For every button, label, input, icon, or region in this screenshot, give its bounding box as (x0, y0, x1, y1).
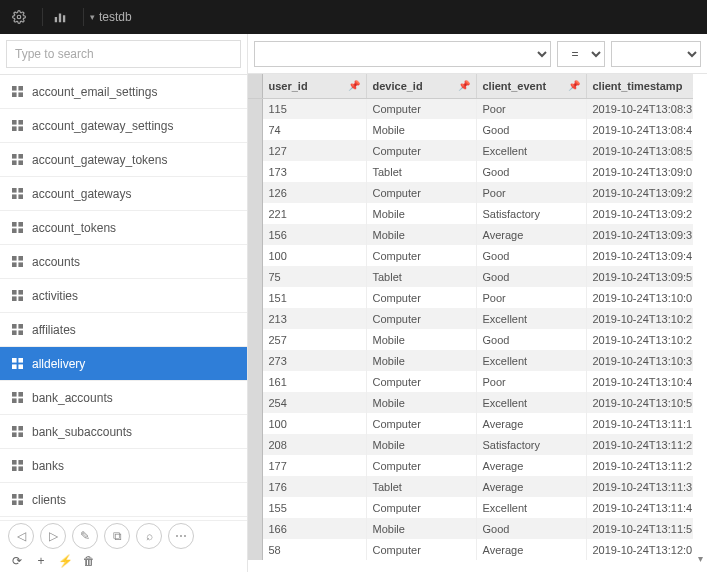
cell-device_id[interactable]: Computer (366, 98, 476, 119)
cell-client_event[interactable]: Excellent (476, 350, 586, 371)
filter-operator-select[interactable]: = (557, 41, 605, 67)
row-gutter[interactable] (248, 224, 262, 245)
cell-client_event[interactable]: Average (476, 224, 586, 245)
table-row[interactable]: 100ComputerAverage2019-10-24T13:11:10.2.… (248, 413, 693, 434)
cell-device_id[interactable]: Computer (366, 140, 476, 161)
cell-user_id[interactable]: 166 (262, 518, 366, 539)
cell-client_event[interactable]: Average (476, 476, 586, 497)
cell-user_id[interactable]: 254 (262, 392, 366, 413)
cell-user_id[interactable]: 221 (262, 203, 366, 224)
row-gutter[interactable] (248, 371, 262, 392)
cell-device_id[interactable]: Mobile (366, 329, 476, 350)
sidebar-item-account_gateway_settings[interactable]: account_gateway_settings (0, 109, 247, 143)
copy-button[interactable]: ⧉ (104, 523, 130, 549)
table-row[interactable]: 177ComputerAverage2019-10-24T13:11:28.4.… (248, 455, 693, 476)
cell-client_timestamp[interactable]: 2019-10-24T13:09:20.2... (586, 182, 693, 203)
sidebar-item-bank_accounts[interactable]: bank_accounts (0, 381, 247, 415)
cell-device_id[interactable]: Mobile (366, 203, 476, 224)
sidebar-item-account_gateways[interactable]: account_gateways (0, 177, 247, 211)
cell-user_id[interactable]: 155 (262, 497, 366, 518)
table-row[interactable]: 127ComputerExcellent2019-10-24T13:08:59.… (248, 140, 693, 161)
cell-device_id[interactable]: Computer (366, 455, 476, 476)
cell-client_event[interactable]: Poor (476, 287, 586, 308)
cell-client_timestamp[interactable]: 2019-10-24T13:10:49.5... (586, 371, 693, 392)
sidebar-item-bank_subaccounts[interactable]: bank_subaccounts (0, 415, 247, 449)
filter-value-select[interactable] (611, 41, 701, 67)
cell-device_id[interactable]: Computer (366, 287, 476, 308)
row-gutter[interactable] (248, 308, 262, 329)
cell-user_id[interactable]: 213 (262, 308, 366, 329)
cell-user_id[interactable]: 75 (262, 266, 366, 287)
delete-button[interactable]: 🗑 (80, 552, 98, 570)
table-row[interactable]: 100ComputerGood2019-10-24T13:09:49.0... (248, 245, 693, 266)
settings-icon[interactable] (8, 6, 30, 28)
cell-device_id[interactable]: Mobile (366, 350, 476, 371)
row-gutter[interactable] (248, 266, 262, 287)
table-row[interactable]: 126ComputerPoor2019-10-24T13:09:20.2... (248, 182, 693, 203)
table-row[interactable]: 74MobileGood2019-10-24T13:08:49.1... (248, 119, 693, 140)
cell-user_id[interactable]: 208 (262, 434, 366, 455)
row-gutter[interactable] (248, 413, 262, 434)
bolt-button[interactable]: ⚡ (56, 552, 74, 570)
cell-client_event[interactable]: Excellent (476, 140, 586, 161)
sidebar-item-banks[interactable]: banks (0, 449, 247, 483)
cell-client_timestamp[interactable]: 2019-10-24T13:09:38.6... (586, 224, 693, 245)
cell-client_event[interactable]: Poor (476, 371, 586, 392)
table-row[interactable]: 166MobileGood2019-10-24T13:11:59.5... (248, 518, 693, 539)
collapse-arrow[interactable]: ▾ (693, 74, 707, 572)
table-row[interactable]: 75TabletGood2019-10-24T13:09:59.3... (248, 266, 693, 287)
cell-device_id[interactable]: Computer (366, 413, 476, 434)
nav-forward-button[interactable]: ▷ (40, 523, 66, 549)
cell-client_event[interactable]: Average (476, 539, 586, 560)
cell-device_id[interactable]: Tablet (366, 266, 476, 287)
sidebar-item-clients[interactable]: clients (0, 483, 247, 517)
row-gutter[interactable] (248, 392, 262, 413)
database-selector[interactable]: ▾ testdb (90, 10, 132, 24)
column-header-client-timestamp[interactable]: client_timestamp📌 (586, 74, 693, 98)
cell-user_id[interactable]: 156 (262, 224, 366, 245)
table-row[interactable]: 221MobileSatisfactory2019-10-24T13:09:28… (248, 203, 693, 224)
edit-button[interactable]: ✎ (72, 523, 98, 549)
cell-client_timestamp[interactable]: 2019-10-24T13:10:39.1... (586, 350, 693, 371)
cell-device_id[interactable]: Mobile (366, 392, 476, 413)
cell-device_id[interactable]: Tablet (366, 476, 476, 497)
table-row[interactable]: 161ComputerPoor2019-10-24T13:10:49.5... (248, 371, 693, 392)
cell-user_id[interactable]: 74 (262, 119, 366, 140)
table-row[interactable]: 115ComputerPoor2019-10-24T13:08:38.8... (248, 98, 693, 119)
cell-client_event[interactable]: Average (476, 413, 586, 434)
sidebar-item-affiliates[interactable]: affiliates (0, 313, 247, 347)
cell-device_id[interactable]: Computer (366, 497, 476, 518)
cell-client_timestamp[interactable]: 2019-10-24T13:11:38.7... (586, 476, 693, 497)
column-header-user-id[interactable]: user_id📌 (262, 74, 366, 98)
cell-user_id[interactable]: 115 (262, 98, 366, 119)
cell-client_event[interactable]: Excellent (476, 497, 586, 518)
cell-client_timestamp[interactable]: 2019-10-24T13:11:10.2... (586, 413, 693, 434)
cell-user_id[interactable]: 176 (262, 476, 366, 497)
cell-user_id[interactable]: 273 (262, 350, 366, 371)
cell-user_id[interactable]: 100 (262, 245, 366, 266)
cell-client_event[interactable]: Good (476, 119, 586, 140)
data-grid[interactable]: user_id📌 device_id📌 client_event📌 client… (248, 74, 693, 572)
cell-user_id[interactable]: 151 (262, 287, 366, 308)
table-row[interactable]: 176TabletAverage2019-10-24T13:11:38.7... (248, 476, 693, 497)
column-header-client-event[interactable]: client_event📌 (476, 74, 586, 98)
cell-client_event[interactable]: Satisfactory (476, 203, 586, 224)
cell-user_id[interactable]: 100 (262, 413, 366, 434)
cell-user_id[interactable]: 58 (262, 539, 366, 560)
table-row[interactable]: 58ComputerAverage2019-10-24T13:12:09.8..… (248, 539, 693, 560)
cell-device_id[interactable]: Tablet (366, 161, 476, 182)
cell-client_timestamp[interactable]: 2019-10-24T13:08:59.5... (586, 140, 693, 161)
nav-back-button[interactable]: ◁ (8, 523, 34, 549)
sidebar-item-activities[interactable]: activities (0, 279, 247, 313)
row-gutter[interactable] (248, 98, 262, 119)
cell-client_event[interactable]: Average (476, 455, 586, 476)
zoom-button[interactable]: ⌕ (136, 523, 162, 549)
cell-client_timestamp[interactable]: 2019-10-24T13:08:38.8... (586, 98, 693, 119)
row-gutter[interactable] (248, 161, 262, 182)
row-gutter[interactable] (248, 476, 262, 497)
cell-client_event[interactable]: Good (476, 518, 586, 539)
cell-user_id[interactable]: 177 (262, 455, 366, 476)
table-row[interactable]: 254MobileExcellent2019-10-24T13:10:59.8.… (248, 392, 693, 413)
row-gutter[interactable] (248, 329, 262, 350)
cell-client_timestamp[interactable]: 2019-10-24T13:10:59.8... (586, 392, 693, 413)
